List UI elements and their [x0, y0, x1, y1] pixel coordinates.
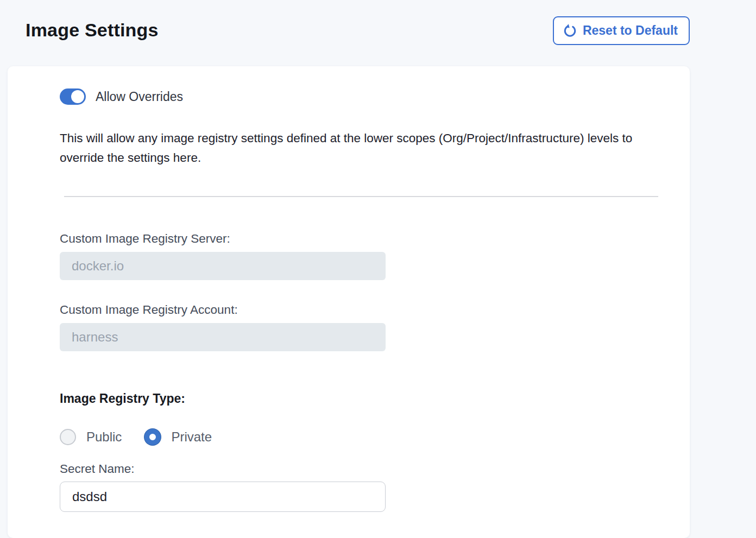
registry-server-input[interactable] — [60, 252, 386, 280]
reset-to-default-button[interactable]: Reset to Default — [553, 16, 690, 45]
radio-public-label: Public — [86, 429, 122, 445]
radio-private-label: Private — [171, 429, 212, 445]
registry-type-label: Image Registry Type: — [60, 391, 690, 406]
radio-public-icon[interactable] — [60, 429, 76, 445]
page-header: Image Settings Reset to Default — [8, 0, 690, 66]
reset-button-label: Reset to Default — [583, 23, 678, 38]
page-title: Image Settings — [26, 16, 159, 41]
registry-account-input[interactable] — [60, 323, 386, 351]
radio-option-private[interactable]: Private — [144, 429, 212, 445]
secret-name-input[interactable] — [60, 482, 386, 512]
image-settings-card: Allow Overrides This will allow any imag… — [8, 66, 690, 538]
section-divider — [64, 196, 658, 197]
registry-server-label: Custom Image Registry Server: — [60, 232, 230, 245]
registry-account-label: Custom Image Registry Account: — [60, 303, 238, 317]
secret-name-field-group: Secret Name: — [60, 462, 690, 512]
allow-overrides-label: Allow Overrides — [96, 90, 183, 104]
allow-overrides-row: Allow Overrides — [60, 88, 690, 105]
overrides-description: This will allow any image registry setti… — [60, 129, 665, 168]
reset-ccw-icon — [563, 23, 577, 38]
registry-type-radio-group: Public Private — [60, 429, 690, 445]
registry-server-field-group: Custom Image Registry Server: — [60, 232, 690, 280]
radio-option-public[interactable]: Public — [60, 429, 122, 445]
registry-account-field-group: Custom Image Registry Account: — [60, 303, 690, 351]
secret-name-label: Secret Name: — [60, 462, 135, 476]
radio-private-icon[interactable] — [144, 429, 161, 445]
toggle-knob — [71, 90, 84, 103]
allow-overrides-toggle[interactable] — [60, 88, 86, 105]
